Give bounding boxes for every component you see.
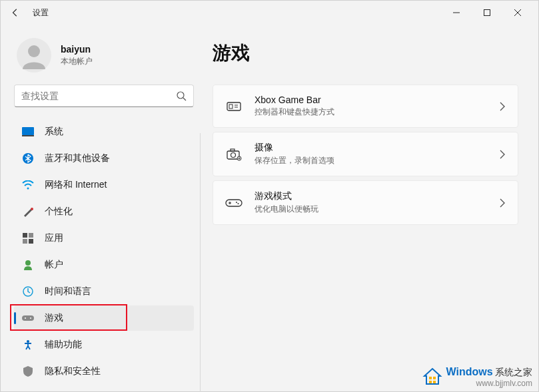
shield-icon	[22, 365, 34, 377]
svg-point-14	[25, 260, 31, 266]
svg-point-34	[238, 203, 239, 204]
watermark-brand: Windows	[446, 366, 493, 377]
svg-point-17	[25, 317, 26, 319]
maximize-icon	[484, 9, 490, 16]
card-subtitle: 控制器和键盘快捷方式	[255, 106, 499, 118]
sidebar-item-label: 系统	[45, 126, 63, 138]
chevron-right-icon	[499, 198, 506, 208]
svg-rect-16	[22, 315, 34, 321]
search-box[interactable]	[14, 85, 194, 107]
svg-rect-12	[23, 239, 27, 244]
window-title: 设置	[33, 7, 49, 19]
username: baiyun	[61, 44, 93, 55]
sidebar-item-label: 辅助功能	[45, 339, 82, 351]
close-icon	[514, 9, 521, 16]
watermark-url: www.bjjmlv.com	[476, 379, 532, 388]
svg-rect-37	[429, 381, 432, 383]
svg-rect-35	[429, 377, 432, 379]
card-subtitle: 保存位置，录制首选项	[255, 155, 499, 166]
sidebar-item-label: 帐户	[45, 259, 63, 271]
sidebar-item-personalization[interactable]: 个性化	[14, 199, 194, 224]
chevron-right-icon	[499, 102, 506, 111]
sidebar-item-apps[interactable]: 应用	[14, 226, 194, 251]
gamepad-icon	[22, 312, 34, 324]
sidebar-item-label: 应用	[45, 232, 63, 244]
person-icon	[22, 259, 34, 271]
maximize-button[interactable]	[472, 2, 502, 23]
person-icon	[19, 40, 49, 71]
svg-rect-6	[22, 135, 34, 136]
sidebar-item-label: 网络和 Internet	[45, 179, 107, 191]
sidebar-item-accessibility[interactable]: 辅助功能	[14, 332, 194, 357]
clock-globe-icon	[22, 286, 34, 297]
svg-point-9	[31, 208, 33, 210]
svg-point-19	[27, 340, 29, 343]
watermark: Windows 系统之家 www.bjjmlv.com	[422, 366, 532, 387]
xbox-bar-icon	[225, 98, 243, 115]
card-game-mode[interactable]: 游戏模式 优化电脑以便畅玩	[213, 180, 518, 225]
sidebar-nav: 系统 蓝牙和其他设备 网络和 Internet 个性化 应用	[14, 119, 194, 384]
card-title: Xbox Game Bar	[255, 95, 499, 105]
bluetooth-icon	[22, 152, 34, 164]
camera-icon	[225, 146, 243, 163]
arrow-left-icon	[11, 8, 20, 17]
sidebar-item-label: 时间和语言	[45, 286, 91, 297]
svg-point-18	[30, 317, 31, 319]
sidebar-item-gaming[interactable]: 游戏	[14, 305, 194, 331]
chevron-right-icon	[499, 150, 506, 159]
svg-rect-26	[231, 149, 235, 151]
card-subtitle: 优化电脑以便畅玩	[255, 204, 499, 215]
sidebar-item-label: 隐私和安全性	[45, 365, 101, 377]
sidebar-item-time-language[interactable]: 时间和语言	[14, 279, 194, 304]
card-title: 游戏模式	[255, 190, 499, 202]
card-title: 摄像	[255, 142, 499, 154]
svg-rect-1	[484, 10, 490, 16]
brush-icon	[22, 206, 34, 218]
svg-rect-38	[433, 381, 436, 383]
svg-rect-10	[23, 233, 27, 238]
svg-point-3	[177, 92, 184, 98]
svg-rect-30	[226, 200, 242, 206]
svg-rect-11	[29, 233, 33, 238]
search-icon	[176, 91, 187, 101]
svg-line-4	[183, 98, 186, 100]
sidebar-item-privacy[interactable]: 隐私和安全性	[14, 359, 194, 384]
card-xbox-game-bar[interactable]: Xbox Game Bar 控制器和键盘快捷方式	[213, 85, 518, 128]
svg-point-2	[28, 45, 40, 57]
close-button[interactable]	[502, 2, 533, 23]
avatar	[17, 38, 51, 73]
svg-rect-21	[229, 104, 233, 108]
watermark-cn: 系统之家	[495, 367, 532, 377]
profile-section[interactable]: baiyun 本地帐户	[14, 33, 194, 85]
house-icon	[422, 367, 442, 387]
svg-point-25	[231, 152, 236, 157]
minimize-button[interactable]	[441, 2, 472, 23]
account-type: 本地帐户	[61, 56, 93, 67]
minimize-icon	[453, 9, 460, 16]
card-captures[interactable]: 摄像 保存位置，录制首选项	[213, 132, 518, 176]
svg-rect-36	[433, 377, 436, 379]
svg-rect-13	[29, 239, 33, 244]
gamepad-outline-icon	[225, 194, 243, 212]
back-button[interactable]	[6, 3, 25, 22]
sidebar-item-label: 游戏	[45, 312, 63, 324]
sidebar-item-network[interactable]: 网络和 Internet	[14, 172, 194, 198]
sidebar-item-label: 蓝牙和其他设备	[45, 152, 110, 164]
svg-rect-5	[22, 127, 34, 135]
sidebar-item-label: 个性化	[45, 206, 73, 218]
wifi-icon	[22, 179, 34, 191]
sidebar-item-system[interactable]: 系统	[14, 119, 194, 144]
page-title: 游戏	[213, 41, 518, 66]
divider	[200, 133, 201, 391]
accessibility-icon	[22, 339, 34, 351]
system-icon	[22, 126, 34, 138]
sidebar-item-bluetooth[interactable]: 蓝牙和其他设备	[14, 146, 194, 171]
apps-icon	[22, 232, 34, 244]
search-input[interactable]	[21, 91, 176, 101]
svg-point-33	[236, 202, 237, 203]
svg-point-8	[27, 188, 29, 190]
sidebar-item-accounts[interactable]: 帐户	[14, 252, 194, 278]
